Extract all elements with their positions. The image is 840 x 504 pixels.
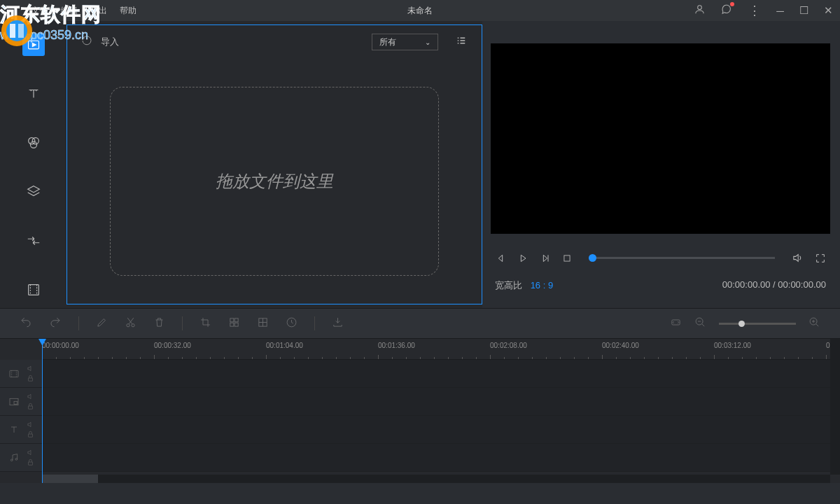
stop-button[interactable] xyxy=(562,253,572,263)
fit-button[interactable] xyxy=(670,316,682,331)
media-dropzone[interactable]: 拖放文件到这里 xyxy=(110,87,439,276)
playhead[interactable] xyxy=(42,339,43,483)
ruler-tick: 00:00:00.00 xyxy=(42,342,79,349)
chevron-down-icon: ⌄ xyxy=(425,38,430,46)
menu-file[interactable]: 文件 xyxy=(31,5,48,17)
more-icon[interactable]: ⋮ xyxy=(748,3,761,18)
play-button[interactable] xyxy=(517,253,528,264)
sidebar-media[interactable] xyxy=(22,34,45,56)
freeze-button[interactable] xyxy=(257,316,269,331)
close-button[interactable]: ✕ xyxy=(824,4,833,17)
svg-point-4 xyxy=(698,6,702,10)
ruler-tick: 00:02:08.00 xyxy=(490,342,527,349)
import-label[interactable]: 导入 xyxy=(101,36,119,48)
timeline-ruler[interactable]: 00:00:00.00 00:00:32.00 00:01:04.00 00:0… xyxy=(42,339,840,360)
ruler-tick: 00:03:12.00 xyxy=(714,342,751,349)
lock-icon[interactable] xyxy=(27,374,34,382)
track-head-audio xyxy=(0,444,42,471)
zoom-handle[interactable] xyxy=(738,321,745,327)
svg-point-11 xyxy=(127,323,130,326)
media-panel: 导入 所有 ⌄ 拖放文件到这里 xyxy=(66,24,482,304)
next-frame-button[interactable] xyxy=(540,253,551,264)
menu-help[interactable]: 帮助 xyxy=(120,5,136,17)
pip-track-icon xyxy=(8,396,20,407)
sidebar-text[interactable] xyxy=(22,83,45,105)
account-icon[interactable] xyxy=(694,4,706,18)
maximize-button[interactable]: ☐ xyxy=(799,4,808,17)
lock-icon[interactable] xyxy=(27,458,34,466)
message-icon[interactable] xyxy=(721,4,733,18)
export-tool-button[interactable] xyxy=(332,316,344,331)
svg-point-28 xyxy=(10,459,13,461)
sidebar-overlays[interactable] xyxy=(22,181,45,203)
seek-handle[interactable] xyxy=(589,254,596,262)
audio-track-icon xyxy=(8,452,20,463)
delete-button[interactable] xyxy=(153,316,165,331)
svg-rect-16 xyxy=(234,323,238,326)
svg-rect-13 xyxy=(230,318,234,321)
svg-rect-15 xyxy=(230,323,234,326)
svg-point-29 xyxy=(15,458,18,460)
minimize-button[interactable]: ─ xyxy=(776,5,784,17)
svg-rect-26 xyxy=(28,406,32,409)
ruler-tick: 00:01:04.00 xyxy=(266,342,303,349)
fullscreen-icon[interactable] xyxy=(815,253,826,264)
svg-rect-30 xyxy=(28,462,32,465)
vertical-scrollbar[interactable] xyxy=(830,339,840,475)
aspect-ratio-label: 宽高比 16 : 9 xyxy=(495,279,553,292)
preview-panel: 宽高比 16 : 9 00:00:00.00 / 00:00:00.00 xyxy=(482,21,840,308)
filter-dropdown[interactable]: 所有 ⌄ xyxy=(372,34,438,50)
text-track-icon xyxy=(8,424,20,435)
ruler-tick: 00:00:32.00 xyxy=(154,342,191,349)
seek-bar[interactable] xyxy=(589,257,775,259)
sidebar-transitions[interactable] xyxy=(22,230,45,252)
zoom-slider[interactable] xyxy=(719,323,796,325)
track-audio[interactable] xyxy=(0,444,840,472)
dropzone-text: 拖放文件到这里 xyxy=(216,170,333,192)
window-title: 未命名 xyxy=(407,5,433,17)
timecode-display: 00:00:00.00 / 00:00:00.00 xyxy=(722,279,826,292)
lock-icon[interactable] xyxy=(27,402,34,410)
track-head-video xyxy=(0,360,42,387)
view-list-icon[interactable] xyxy=(455,34,468,50)
titlebar: 文件 编辑 导出 帮助 未命名 ⋮ ─ ☐ ✕ xyxy=(0,0,840,21)
edit-tool-button[interactable] xyxy=(96,316,108,331)
volume-icon[interactable] xyxy=(792,252,804,264)
cut-button[interactable] xyxy=(125,316,136,331)
video-preview[interactable] xyxy=(491,43,830,234)
zoom-out-button[interactable] xyxy=(694,316,706,331)
crop-button[interactable] xyxy=(200,316,211,331)
track-text[interactable] xyxy=(0,416,840,444)
scrollbar-thumb[interactable] xyxy=(42,475,98,483)
menu-edit[interactable]: 编辑 xyxy=(61,5,78,17)
horizontal-scrollbar[interactable] xyxy=(42,475,830,483)
undo-button[interactable] xyxy=(20,316,32,331)
lock-icon[interactable] xyxy=(27,430,34,438)
sidebar-elements[interactable] xyxy=(22,279,45,301)
volume-small-icon[interactable] xyxy=(27,393,34,400)
track-video[interactable] xyxy=(0,360,840,388)
redo-button[interactable] xyxy=(49,316,62,331)
track-pip[interactable] xyxy=(0,388,840,416)
ruler-tick: 00:02:40.00 xyxy=(602,342,639,349)
track-head-pip xyxy=(0,388,42,415)
zoom-in-button[interactable] xyxy=(808,316,820,331)
filter-selected: 所有 xyxy=(379,36,396,48)
import-refresh-icon[interactable] xyxy=(81,35,92,49)
svg-rect-14 xyxy=(234,318,238,321)
sidebar-filters[interactable] xyxy=(22,132,45,154)
duration-button[interactable] xyxy=(286,316,298,331)
menu-export[interactable]: 导出 xyxy=(90,5,107,17)
svg-rect-27 xyxy=(28,434,32,437)
aspect-ratio-value[interactable]: 16 : 9 xyxy=(531,280,554,290)
volume-small-icon[interactable] xyxy=(27,449,34,456)
volume-small-icon[interactable] xyxy=(27,421,34,428)
tracks-container xyxy=(0,360,840,472)
svg-rect-23 xyxy=(28,378,32,381)
mosaic-button[interactable] xyxy=(228,316,240,331)
volume-small-icon[interactable] xyxy=(27,365,34,372)
prev-frame-button[interactable] xyxy=(495,253,506,264)
svg-point-12 xyxy=(132,323,134,326)
timeline: 00:00:00.00 00:00:32.00 00:01:04.00 00:0… xyxy=(0,339,840,483)
timeline-toolbar xyxy=(0,308,840,339)
